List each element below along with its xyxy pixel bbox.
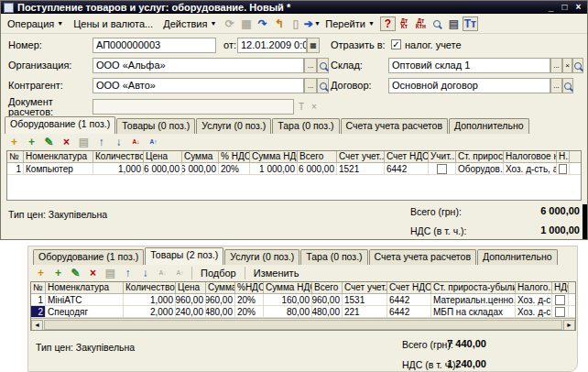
edit-row-icon[interactable]: ✎ [68, 266, 83, 280]
change-button[interactable]: Изменить [249, 267, 304, 279]
warehouse-input[interactable]: Оптовий склад 1 [388, 58, 550, 73]
pick-button[interactable]: Подбор [196, 267, 241, 279]
table-cell[interactable]: 6442 [387, 294, 431, 306]
table-cell[interactable]: 960,00 [176, 294, 206, 306]
column-header[interactable]: Счет учет... [343, 282, 387, 294]
table-cell[interactable] [552, 294, 569, 306]
contract-ellipsis-button[interactable]: ... [550, 78, 562, 93]
edit-row-icon[interactable]: ✎ [41, 135, 57, 149]
column-header[interactable]: № [7, 151, 24, 163]
add-row-icon[interactable]: + [33, 266, 49, 280]
table-row[interactable]: 1МініАТС1,000960,00960,0020%160,00960,00… [31, 294, 575, 306]
table-cell[interactable]: 2,000 [124, 306, 176, 318]
table-cell[interactable]: 6 000,00 [298, 163, 337, 175]
tab-s2-4[interactable]: Счета учета расчетов [369, 249, 476, 265]
table-cell[interactable] [429, 163, 456, 175]
table-cell[interactable]: Материальн.ценно... [431, 294, 516, 306]
column-header[interactable]: Ст. прироста-убыли... [431, 282, 516, 294]
column-header[interactable]: Счет НДС [385, 151, 429, 163]
contractor-input[interactable]: ООО «Авто» [93, 78, 304, 93]
table-cell[interactable]: Спецодяг [46, 306, 124, 318]
move-up-icon[interactable]: ↑ [93, 135, 109, 149]
actions-menu-button[interactable]: Действия▼ [158, 17, 221, 30]
tab-s1-4[interactable]: Счета учета расчетов [341, 118, 448, 134]
tab-s2-0[interactable]: Оборудование (1 поз.) [33, 249, 144, 265]
column-header[interactable]: Сумма [206, 282, 235, 294]
column-header[interactable]: Всего [298, 151, 337, 163]
column-header[interactable]: Цена [176, 282, 206, 294]
tab-s1-5[interactable]: Дополнительно [449, 118, 529, 134]
delete-row-icon[interactable]: × [85, 266, 101, 280]
organization-input[interactable]: ООО «Альфа» [93, 58, 304, 73]
warehouse-clear-button[interactable]: × [562, 58, 572, 73]
table-cell[interactable]: Оборудов... [456, 163, 504, 175]
table-cell[interactable]: 20% [219, 163, 250, 175]
column-header[interactable]: НДС [552, 282, 569, 294]
column-header[interactable]: Количество [124, 282, 176, 294]
table-cell[interactable]: 20% [235, 306, 264, 318]
tab-s2-3[interactable]: Тара (0 поз.) [300, 249, 367, 265]
table-cell[interactable] [552, 306, 569, 318]
document-list-icon[interactable]: ▤ [446, 16, 462, 31]
title-bar[interactable]: Поступление товаров и услуг: оборудовани… [1, 1, 587, 14]
organization-lookup-button[interactable] [317, 58, 329, 73]
find-icon[interactable] [430, 16, 445, 31]
column-header[interactable]: № [31, 282, 46, 294]
scroll-right-icon[interactable]: ► [563, 320, 575, 331]
column-header[interactable]: Ст. прирос... [456, 151, 504, 163]
table-cell[interactable]: Хоз. д-сть, ам... [504, 163, 557, 175]
contract-lookup-button[interactable] [562, 78, 573, 93]
table-cell[interactable]: 1 [7, 163, 24, 175]
table-row[interactable]: 2Спецодяг2,000240,00480,0020%80,00480,00… [31, 306, 575, 318]
warehouse-lookup-button[interactable] [572, 58, 583, 73]
table-cell[interactable]: Компьютер [24, 163, 93, 175]
table-cell[interactable]: 1,000 [124, 294, 176, 306]
scroll-left-icon[interactable]: ◄ [31, 320, 43, 331]
table-cell[interactable]: 480,00 [206, 306, 235, 318]
table-cell[interactable]: 1531 [343, 294, 387, 306]
column-header[interactable]: Счет учет... [337, 151, 385, 163]
post-document-icon[interactable]: ↷ [255, 16, 270, 31]
column-header[interactable]: % НДС [219, 151, 250, 163]
close-button[interactable]: × [572, 2, 585, 13]
row-checkbox[interactable] [559, 164, 567, 174]
column-header[interactable]: Номенклатура [46, 282, 124, 294]
table-cell[interactable]: 1 [31, 294, 46, 306]
column-header[interactable]: Налоговое н... [504, 151, 557, 163]
table-cell[interactable]: 960,00 [312, 294, 343, 306]
sort-desc-icon[interactable]: А↑ [146, 135, 161, 149]
help-button[interactable]: ? [380, 16, 396, 31]
goto-menu-button[interactable]: Перейти▼ [321, 17, 379, 30]
table-cell[interactable]: МБП на складах [431, 306, 516, 318]
table-cell[interactable]: 80,00 [264, 306, 312, 318]
column-header[interactable]: Количество [93, 151, 144, 163]
table-cell[interactable]: 221 [343, 306, 387, 318]
copy-row-icon[interactable]: + [50, 266, 66, 280]
set-posting-time-icon[interactable]: ↰ [271, 16, 287, 31]
tab-s1-3[interactable]: Тара (0 поз.) [272, 118, 339, 134]
table-cell[interactable]: Хоз. д-с... [516, 294, 552, 306]
column-header[interactable]: Сумма НДС [250, 151, 298, 163]
calendar-button[interactable]: ▦ [307, 38, 320, 53]
table-cell[interactable]: МініАТС [46, 294, 124, 306]
contractor-ellipsis-button[interactable]: ... [304, 78, 317, 93]
organization-ellipsis-button[interactable]: ... [304, 58, 317, 73]
table-cell[interactable]: 160,00 [264, 294, 312, 306]
maximize-button[interactable]: □ [558, 2, 572, 13]
tax-accounting-checkbox[interactable] [391, 39, 401, 49]
column-header[interactable]: Сумма НДС [264, 282, 312, 294]
postings-icon[interactable]: Дт Кт [397, 16, 412, 31]
contractor-lookup-button[interactable] [317, 78, 329, 93]
move-down-icon[interactable]: ↓ [137, 266, 153, 280]
column-header[interactable]: Счет НДС [387, 282, 431, 294]
move-down-icon[interactable]: ↓ [111, 135, 126, 149]
column-header[interactable]: %НДС [235, 282, 264, 294]
date-input[interactable]: 12.01.2009 0:00:00 [237, 38, 307, 53]
operation-menu-button[interactable]: Операция▼ [3, 17, 68, 30]
table-row[interactable]: 1Компьютер1,0006 000,006 000,0020%1 000,… [7, 163, 581, 175]
tab-s2-2[interactable]: Услуги (0 поз.) [224, 249, 299, 265]
minimize-button[interactable]: _ [544, 2, 558, 13]
column-header[interactable]: Учит... [429, 151, 456, 163]
sort-asc-icon[interactable]: А↓ [128, 135, 144, 149]
warehouse-ellipsis-button[interactable]: ... [550, 58, 562, 73]
